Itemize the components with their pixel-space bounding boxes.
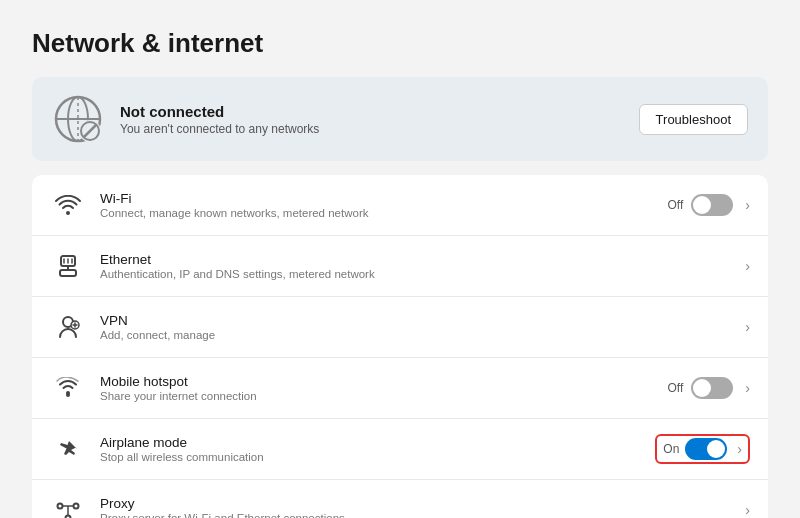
status-title: Not connected	[120, 103, 639, 120]
wifi-chevron: ›	[745, 197, 750, 213]
vpn-controls: ›	[741, 319, 750, 335]
proxy-chevron: ›	[745, 502, 750, 518]
wifi-icon	[50, 187, 86, 223]
airplane-toggle-label: On	[663, 442, 679, 456]
troubleshoot-button[interactable]: Troubleshoot	[639, 104, 748, 135]
airplane-mode-controls: On ›	[655, 434, 750, 464]
proxy-controls: ›	[741, 502, 750, 518]
vpn-chevron: ›	[745, 319, 750, 335]
vpn-icon	[50, 309, 86, 345]
airplane-highlight-box: On ›	[655, 434, 750, 464]
wifi-toggle-label: Off	[668, 198, 684, 212]
vpn-text: VPN Add, connect, manage	[100, 313, 741, 341]
airplane-mode-toggle[interactable]	[685, 438, 727, 460]
ethernet-controls: ›	[741, 258, 750, 274]
airplane-mode-text: Airplane mode Stop all wireless communic…	[100, 435, 655, 463]
settings-list: Wi-Fi Connect, manage known networks, me…	[32, 175, 768, 518]
airplane-mode-item[interactable]: Airplane mode Stop all wireless communic…	[32, 419, 768, 480]
mobile-hotspot-controls: Off ›	[668, 377, 750, 399]
vpn-subtitle: Add, connect, manage	[100, 329, 741, 341]
proxy-title: Proxy	[100, 496, 741, 511]
wifi-item[interactable]: Wi-Fi Connect, manage known networks, me…	[32, 175, 768, 236]
svg-rect-12	[60, 270, 76, 276]
mobile-hotspot-title: Mobile hotspot	[100, 374, 668, 389]
wifi-toggle[interactable]	[691, 194, 733, 216]
mobile-hotspot-chevron: ›	[745, 380, 750, 396]
wifi-text: Wi-Fi Connect, manage known networks, me…	[100, 191, 668, 219]
svg-point-19	[74, 504, 79, 509]
wifi-title: Wi-Fi	[100, 191, 668, 206]
mobile-hotspot-subtitle: Share your internet connection	[100, 390, 668, 402]
mobile-hotspot-toggle-label: Off	[668, 381, 684, 395]
airplane-icon	[50, 431, 86, 467]
wifi-controls: Off ›	[668, 194, 750, 216]
ethernet-chevron: ›	[745, 258, 750, 274]
vpn-title: VPN	[100, 313, 741, 328]
page-title: Network & internet	[32, 28, 768, 59]
airplane-mode-title: Airplane mode	[100, 435, 655, 450]
status-text: Not connected You aren't connected to an…	[120, 103, 639, 136]
ethernet-icon	[50, 248, 86, 284]
airplane-mode-subtitle: Stop all wireless communication	[100, 451, 655, 463]
proxy-subtitle: Proxy server for Wi-Fi and Ethernet conn…	[100, 512, 741, 518]
proxy-text: Proxy Proxy server for Wi-Fi and Etherne…	[100, 496, 741, 518]
status-subtitle: You aren't connected to any networks	[120, 122, 639, 136]
wifi-subtitle: Connect, manage known networks, metered …	[100, 207, 668, 219]
ethernet-text: Ethernet Authentication, IP and DNS sett…	[100, 252, 741, 280]
ethernet-title: Ethernet	[100, 252, 741, 267]
svg-point-16	[66, 393, 70, 397]
vpn-item[interactable]: VPN Add, connect, manage ›	[32, 297, 768, 358]
proxy-item[interactable]: Proxy Proxy server for Wi-Fi and Etherne…	[32, 480, 768, 518]
connection-status-card: Not connected You aren't connected to an…	[32, 77, 768, 161]
mobile-hotspot-text: Mobile hotspot Share your internet conne…	[100, 374, 668, 402]
mobile-hotspot-item[interactable]: Mobile hotspot Share your internet conne…	[32, 358, 768, 419]
hotspot-icon	[50, 370, 86, 406]
globe-disconnected-icon	[52, 93, 104, 145]
airplane-chevron: ›	[737, 441, 742, 457]
ethernet-item[interactable]: Ethernet Authentication, IP and DNS sett…	[32, 236, 768, 297]
settings-page: Network & internet Not connected You are…	[0, 0, 800, 518]
mobile-hotspot-toggle[interactable]	[691, 377, 733, 399]
proxy-icon	[50, 492, 86, 518]
svg-point-18	[58, 504, 63, 509]
ethernet-subtitle: Authentication, IP and DNS settings, met…	[100, 268, 741, 280]
